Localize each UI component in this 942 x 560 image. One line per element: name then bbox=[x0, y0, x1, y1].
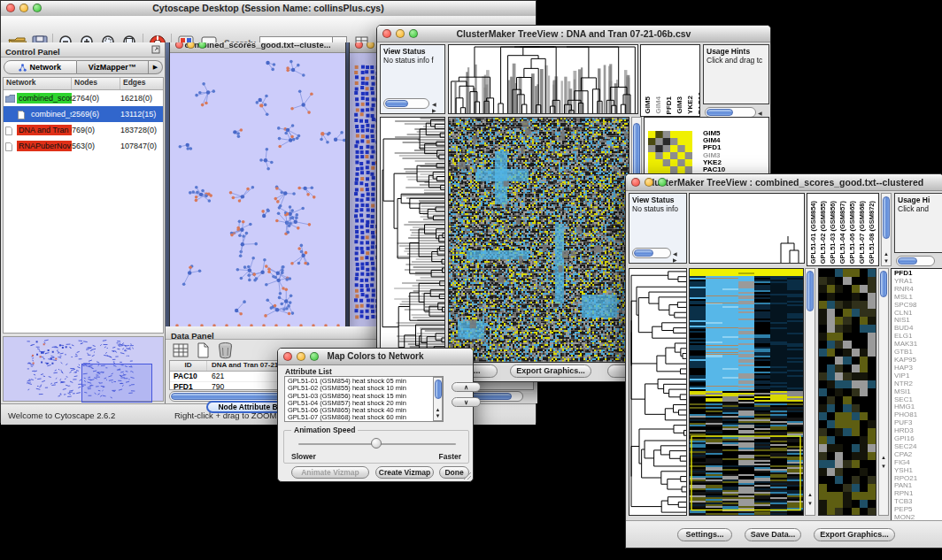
attribute-list-vscrollbar[interactable]: ▲▼ bbox=[433, 377, 443, 421]
network-row[interactable]: combined_scores2764(0)16218(0) bbox=[4, 90, 163, 106]
treeview1-usage-hints: Usage HintsClick and drag tc bbox=[703, 44, 769, 104]
attribute-item[interactable]: GPL51-07 (GSM868) heat shock 60 min bbox=[288, 414, 443, 421]
treeview1-row-dendrogram[interactable] bbox=[380, 117, 445, 363]
network-tab-icon bbox=[19, 64, 27, 72]
row-label: PAC10 bbox=[703, 166, 765, 173]
resize-grip[interactable] bbox=[463, 472, 472, 480]
network-name: DNA and Tran 07 bbox=[17, 125, 72, 135]
view-status-hscrollbar[interactable] bbox=[632, 248, 671, 258]
zoom-window-icon[interactable] bbox=[658, 178, 667, 187]
network-name: RNAPuberNov2+ bbox=[17, 141, 72, 151]
column-label: PAC10 bbox=[697, 92, 700, 114]
control-panel-title: Control Panel bbox=[1, 47, 60, 57]
file-icon bbox=[5, 127, 15, 134]
folder-icon bbox=[5, 95, 15, 103]
minimize-icon[interactable] bbox=[187, 42, 195, 49]
cytoscape-titlebar[interactable]: Cytoscape Desktop (Session Name: collins… bbox=[1, 1, 536, 17]
row-id: PAC10 bbox=[170, 372, 207, 381]
tab-overflow-icon[interactable]: ▶ bbox=[149, 60, 163, 74]
move-up-button[interactable]: ∧ bbox=[452, 382, 481, 392]
window-title: Cytoscape Desktop (Session Name: collins… bbox=[152, 3, 383, 13]
dialog-title: Map Colors to Network bbox=[328, 351, 424, 361]
new-file-icon[interactable] bbox=[195, 342, 211, 358]
usage-hints-hscrollbar[interactable] bbox=[896, 256, 935, 266]
network-nodes-count: 563(0) bbox=[72, 142, 120, 150]
zoom-window-icon[interactable] bbox=[198, 42, 206, 49]
column-label: GPL51-08 (GSM872) bbox=[868, 201, 876, 264]
trash-icon[interactable] bbox=[217, 341, 234, 359]
network-edges-count: 13112(15) bbox=[120, 110, 166, 119]
treeview1-column-dendrogram[interactable] bbox=[448, 44, 638, 114]
treeview2-row-dendrogram[interactable] bbox=[629, 268, 687, 516]
treeview2-titlebar[interactable]: ClusterMaker TreeView : combined_scores_… bbox=[626, 174, 942, 191]
column-label: GIM3 bbox=[676, 96, 683, 114]
view-status-hscrollbar[interactable] bbox=[383, 98, 429, 109]
attribute-list-label: Attribute List bbox=[285, 367, 332, 376]
close-icon[interactable] bbox=[382, 29, 391, 38]
close-icon[interactable] bbox=[175, 42, 183, 49]
network-edges-count: 107847(0) bbox=[120, 142, 166, 150]
column-label: GPL51-02 (GSM855) bbox=[819, 201, 827, 264]
dialog-titlebar[interactable]: Map Colors to Network bbox=[278, 349, 473, 365]
network-edges-count: 183728(0) bbox=[120, 126, 166, 134]
column-label: PFD1 bbox=[665, 96, 673, 114]
tab-vizmapper[interactable]: VizMapper™ bbox=[77, 60, 150, 74]
treeview2-heatmap-vscrollbar[interactable]: ▲▼ bbox=[805, 268, 815, 516]
slider-thumb[interactable] bbox=[371, 438, 382, 449]
faster-label: Faster bbox=[438, 452, 461, 461]
treeview2-heatmap[interactable] bbox=[689, 268, 804, 516]
minimize-icon[interactable] bbox=[19, 4, 28, 12]
status-welcome: Welcome to Cytoscape 2.6.2 bbox=[8, 410, 115, 420]
treeview2-column-labels-vscrollbar[interactable]: ▲▼ bbox=[881, 193, 892, 266]
settings-button[interactable]: Settings... bbox=[677, 528, 732, 541]
network-name: combined_scores bbox=[17, 93, 72, 104]
export-graphics-button[interactable]: Export Graphics... bbox=[814, 528, 895, 541]
minimize-icon[interactable] bbox=[645, 178, 653, 187]
network-view-canvas[interactable] bbox=[170, 53, 345, 326]
animate-vizmap-button[interactable]: Animate Vizmap bbox=[291, 466, 369, 479]
animation-speed-group: Animation Speed Slower Faster bbox=[283, 430, 469, 464]
column-label: GPL51-04 (GSM857) bbox=[838, 201, 846, 264]
close-icon[interactable] bbox=[6, 4, 15, 12]
file-icon bbox=[18, 111, 27, 119]
close-icon[interactable] bbox=[283, 352, 292, 361]
zoom-window-icon[interactable] bbox=[409, 29, 418, 38]
treeview2-gene-list[interactable]: PFD1YRA1RNR4MSL1SPC98CLN1NIS1BUD4ELG1MAK… bbox=[891, 268, 942, 521]
network-name: combined_sco bbox=[29, 109, 72, 119]
column-label: YKE2 bbox=[686, 96, 694, 114]
close-icon[interactable] bbox=[631, 178, 640, 187]
treeview2-column-labels: GPL51-01 (GSM854)GPL51-02 (GSM855)GPL51-… bbox=[807, 193, 879, 266]
attribute-list[interactable]: GPL51-01 (GSM854) heat shock 05 minGPL51… bbox=[284, 376, 444, 422]
create-vizmap-button[interactable]: Create Vizmap bbox=[375, 466, 434, 479]
zoom-window-icon[interactable] bbox=[33, 4, 42, 12]
treeview2-zoom-heatmap[interactable] bbox=[818, 268, 876, 516]
minimize-icon[interactable] bbox=[367, 42, 374, 49]
minimize-icon[interactable] bbox=[297, 352, 305, 361]
treeview2-genelist-vscrollbar[interactable]: ▲▼ bbox=[878, 268, 889, 516]
zoom-window-icon[interactable] bbox=[310, 352, 319, 361]
export-graphics-button[interactable]: Export Graphics... bbox=[510, 364, 591, 378]
column-label: GPL51-06 (GSM865) bbox=[848, 201, 856, 264]
network-row[interactable]: combined_sco2569(6)13112(15) bbox=[4, 106, 163, 122]
network-nodes-count: 2764(0) bbox=[72, 94, 120, 103]
column-label: GPL51-01 (GSM854) bbox=[809, 201, 817, 264]
network-table-header: Network Nodes Edges bbox=[4, 78, 163, 90]
treeview1-heatmap[interactable] bbox=[448, 117, 629, 363]
treeview1-titlebar[interactable]: ClusterMaker TreeView : DNA and Tran 07-… bbox=[377, 26, 770, 42]
network-row[interactable]: RNAPuberNov2+563(0)107847(0) bbox=[4, 138, 163, 154]
save-data-button[interactable]: Save Data... bbox=[745, 528, 801, 541]
table-icon[interactable] bbox=[173, 342, 189, 358]
network-overview-panel[interactable] bbox=[3, 336, 164, 402]
treeview2-title: ClusterMaker TreeView : combined_scores_… bbox=[645, 177, 923, 188]
move-down-button[interactable]: ∨ bbox=[452, 397, 481, 407]
treeview1-zoom-heatmap[interactable] bbox=[648, 131, 692, 173]
network-view-title: combined_scores_good.txt--cluste... bbox=[184, 42, 330, 50]
tab-network[interactable]: Network bbox=[4, 60, 77, 74]
minimize-icon[interactable] bbox=[396, 29, 405, 38]
close-icon[interactable] bbox=[355, 42, 363, 49]
network-row[interactable]: DNA and Tran 07769(0)183728(0) bbox=[4, 122, 163, 138]
overview-viewport-rect[interactable] bbox=[81, 364, 152, 403]
float-panel-icon[interactable] bbox=[151, 45, 160, 54]
treeview2-column-dendrogram[interactable] bbox=[689, 193, 805, 264]
network-nodes-count: 2569(6) bbox=[72, 110, 120, 119]
